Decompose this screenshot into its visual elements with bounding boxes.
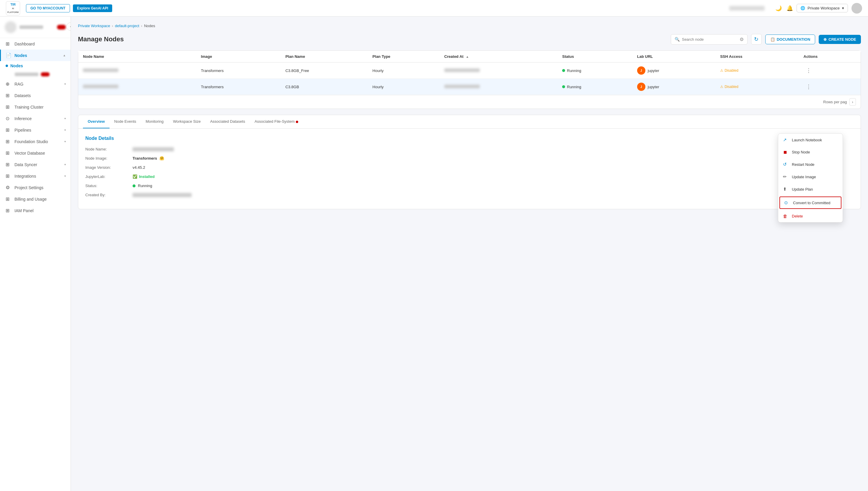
workspace-icon: 🌐 [801, 6, 805, 10]
created-at-blurred [444, 68, 480, 72]
create-label: CREATE NODE [829, 37, 856, 41]
sidebar-item-inference[interactable]: ⊙ Inference ▾ [0, 113, 71, 124]
sidebar-item-datasets[interactable]: ⊞ Datasets [0, 90, 71, 101]
installed-badge: ✅ Installed [133, 174, 155, 179]
detail-value-created-by [133, 193, 192, 197]
workspace-selector[interactable]: 🌐 Private Workspace ▾ [796, 4, 848, 12]
project-settings-icon: ⚙ [6, 185, 11, 190]
rag-icon: ⊕ [6, 81, 11, 87]
sidebar-item-project-settings[interactable]: ⚙ Project Settings [0, 182, 71, 193]
plus-icon: ⊕ [823, 37, 827, 41]
context-menu-restart-node[interactable]: ↺ Restart Node [778, 158, 843, 171]
filter-icon[interactable]: ⚙ [739, 36, 744, 42]
update-image-icon: ✏ [783, 174, 788, 179]
explore-genai-button[interactable]: Explore GenAI API [73, 4, 112, 12]
context-menu-item-label: Delete [792, 214, 803, 219]
tab-associated-datasets[interactable]: Associated Datasets [205, 115, 250, 128]
detail-value-status: Running [133, 183, 152, 188]
go-to-account-button[interactable]: GO TO MYACCOUNT [26, 4, 70, 12]
tab-workspace-size[interactable]: Workspace Size [168, 115, 205, 128]
detail-label-node-name: Node Name: [85, 147, 133, 151]
cell-actions: ⋮ [799, 63, 861, 79]
lab-url-text[interactable]: jupyter [648, 68, 659, 73]
context-menu-update-plan[interactable]: ⬆ Update Plan [778, 183, 843, 195]
sub2-badge [41, 72, 50, 77]
notification-icon[interactable]: 🔔 [786, 5, 793, 11]
context-menu-item-label: Restart Node [792, 162, 815, 167]
context-menu-update-image[interactable]: ✏ Update Image [778, 171, 843, 183]
logo-text: TIRAI PLATFORM [6, 3, 20, 13]
context-menu-launch-notebook[interactable]: ↗ Launch Notebook [778, 134, 843, 146]
breadcrumb-project[interactable]: default-project [115, 24, 139, 28]
doc-label: DOCUMENTATION [777, 37, 810, 41]
chevron-down-icon: ▾ [64, 163, 66, 166]
context-menu-item-label: Convert to Committed [793, 201, 830, 205]
profile-badge [57, 25, 66, 30]
col-image: Image [196, 51, 281, 63]
cell-status: Running [557, 63, 633, 79]
context-menu: ↗ Launch Notebook ⏹ Stop Node ↺ Restart … [778, 134, 843, 223]
create-node-button[interactable]: ⊕ CREATE NODE [819, 35, 861, 44]
logo: TIRAI PLATFORM [6, 1, 20, 16]
col-plan-name: Plan Name [281, 51, 368, 63]
sidebar-item-label: Billing and Usage [15, 197, 66, 202]
sidebar-item-foundation-studio[interactable]: ⊞ Foundation Studio ▾ [0, 136, 71, 147]
convert-committed-icon: ⊙ [784, 200, 789, 205]
sidebar-item-billing[interactable]: ⊞ Billing and Usage [0, 193, 71, 205]
col-actions: Actions [799, 51, 861, 63]
col-plan-type: Plan Type [368, 51, 440, 63]
search-input[interactable] [682, 37, 737, 41]
node-details-title: Node Details [85, 136, 853, 141]
tab-node-events[interactable]: Node Events [110, 115, 141, 128]
doc-icon: 📋 [770, 37, 775, 41]
col-created-at[interactable]: Created At ▲ [440, 51, 558, 63]
detail-value-jupyterlab: ✅ Installed [133, 174, 155, 179]
restart-node-icon: ↺ [783, 162, 788, 167]
rows-per-page-label: Rows per pag [823, 100, 847, 104]
tab-associated-filesystem[interactable]: Associated File-System [250, 115, 303, 128]
nodes-table: Node Name Image Plan Name Plan Type Crea… [78, 51, 861, 95]
sidebar-sub2-item[interactable] [0, 70, 71, 78]
sidebar-item-label: Nodes [15, 53, 60, 58]
tab-monitoring[interactable]: Monitoring [141, 115, 168, 128]
detail-label-node-image: Node Image: [85, 156, 133, 161]
table-row: Transformers C3.8GB_Free Hourly Running [78, 63, 861, 79]
sidebar-item-rag[interactable]: ⊕ RAG ▾ [0, 78, 71, 90]
breadcrumb-workspace[interactable]: Private Workspace [78, 24, 110, 28]
sidebar-item-pipelines[interactable]: ⊞ Pipelines ▾ [0, 124, 71, 136]
chevron-down-icon: ▾ [64, 128, 66, 132]
row-action-button[interactable]: ⋮ [804, 66, 814, 75]
sidebar-item-integrations[interactable]: ⊞ Integrations ▾ [0, 170, 71, 182]
profile-avatar [5, 21, 17, 33]
theme-toggle-icon[interactable]: 🌙 [775, 5, 782, 11]
context-menu-stop-node[interactable]: ⏹ Stop Node [778, 146, 843, 158]
next-page-button[interactable]: › [849, 98, 856, 106]
training-cluster-icon: ⊞ [6, 104, 11, 110]
documentation-button[interactable]: 📋 DOCUMENTATION [765, 34, 815, 44]
row-action-button-active[interactable]: ⋮ [804, 82, 814, 91]
sidebar-item-label: Training Cluster [15, 105, 66, 110]
tab-overview[interactable]: Overview [83, 115, 110, 128]
cell-plan-type: Hourly [368, 79, 440, 95]
cell-plan-name: C3.8GB_Free [281, 63, 368, 79]
avatar[interactable] [851, 3, 862, 13]
sidebar-item-data-syncer[interactable]: ⊞ Data Syncer ▾ [0, 159, 71, 170]
sidebar-item-vector-database[interactable]: ⊞ Vector Database [0, 147, 71, 159]
main-content: Private Workspace › default-project › No… [71, 17, 868, 491]
sidebar-item-nodes[interactable]: 📄 Nodes ▲ [0, 50, 71, 61]
context-menu-delete[interactable]: 🗑 Delete [778, 210, 843, 222]
sidebar-item-iam[interactable]: ⊞ IAM Panel [0, 205, 71, 216]
detail-row-image-version: Image Version: v4.45.2 [85, 165, 853, 170]
breadcrumb-sep1: › [112, 24, 113, 28]
refresh-button[interactable]: ↻ [751, 34, 762, 45]
context-menu-convert-committed[interactable]: ⊙ Convert to Committed [779, 197, 841, 209]
sidebar-item-training-cluster[interactable]: ⊞ Training Cluster [0, 101, 71, 113]
data-syncer-icon: ⊞ [6, 162, 11, 167]
sidebar-item-dashboard[interactable]: ⊞ Dashboard [0, 38, 71, 50]
sidebar-sub-item-nodes[interactable]: Nodes [0, 61, 71, 70]
delete-icon: 🗑 [783, 214, 788, 219]
chevron-down-icon: ▾ [64, 140, 66, 143]
cell-status: Running [557, 79, 633, 95]
image-name: Transformers [133, 156, 157, 161]
lab-url-text[interactable]: jupyter [648, 85, 659, 89]
